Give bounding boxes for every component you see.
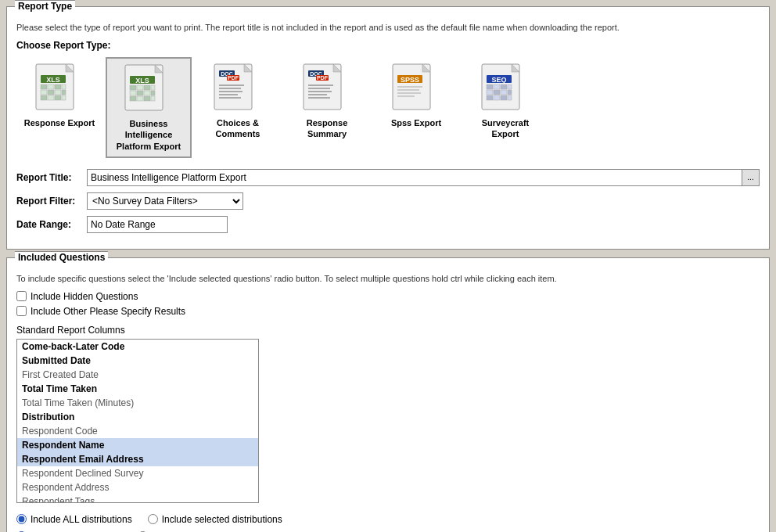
svg-rect-27	[151, 91, 155, 95]
list-item[interactable]: Respondent Name	[17, 438, 258, 452]
svg-rect-20	[130, 85, 136, 90]
report-type-bi-platform[interactable]: XLS Business Int	[106, 57, 192, 158]
bi-platform-label: Business Intelligence Platform Export	[113, 118, 184, 152]
svg-rect-12	[41, 95, 47, 100]
svg-text:SPSS: SPSS	[401, 76, 419, 84]
svg-rect-24	[130, 91, 136, 95]
svg-rect-50	[308, 88, 330, 89]
spss-export-icon: SPSS	[391, 63, 441, 113]
report-title-input-group: ...	[87, 169, 760, 186]
report-title-browse-button[interactable]: ...	[742, 169, 760, 186]
surveycraft-export-icon: SEQ	[480, 63, 530, 113]
svg-rect-30	[144, 96, 150, 101]
svg-rect-66	[487, 84, 493, 89]
include-other-label: Include Other Please Specify Results	[31, 306, 185, 317]
svg-rect-26	[144, 91, 150, 95]
list-item[interactable]: Submitted Date	[17, 354, 258, 368]
svg-rect-11	[62, 90, 66, 95]
svg-rect-21	[137, 85, 143, 90]
choose-report-type-label: Choose Report Type:	[16, 40, 760, 51]
response-export-label: Response Export	[24, 117, 95, 128]
list-item[interactable]: First Created Date	[17, 368, 258, 382]
report-type-spss-export[interactable]: SPSS Spss Export	[373, 57, 459, 158]
svg-rect-73	[508, 90, 512, 95]
svg-rect-75	[494, 95, 500, 100]
svg-rect-74	[487, 95, 493, 100]
report-type-hint: Please select the type of report you wan…	[16, 23, 760, 32]
list-item[interactable]: Respondent Email Address	[17, 452, 258, 466]
report-type-response-export[interactable]: XLS Response Exp	[16, 57, 102, 158]
report-type-list: XLS Response Exp	[16, 57, 760, 158]
selected-distributions-label: Include selected distributions	[162, 514, 282, 525]
report-type-surveycraft-export[interactable]: SEQ Surveycraft	[462, 57, 548, 158]
report-filter-select[interactable]: <No Survey Data Filters>	[87, 192, 243, 210]
bi-platform-icon: XLS	[124, 63, 174, 113]
svg-rect-67	[494, 84, 500, 89]
standard-columns-label: Standard Report Columns	[16, 325, 760, 336]
include-hidden-label: Include Hidden Questions	[31, 291, 138, 302]
selected-distributions-radio[interactable]	[148, 514, 158, 524]
svg-rect-41	[219, 94, 238, 95]
report-title-label: Report Title:	[16, 172, 87, 183]
svg-rect-42	[219, 97, 241, 99]
all-distributions-option: Include ALL distributions	[16, 514, 132, 525]
svg-rect-53	[308, 97, 330, 99]
report-type-response-summary[interactable]: DOC PDF Response Summary	[284, 57, 370, 158]
spss-export-label: Spss Export	[391, 117, 441, 128]
svg-text:XLS: XLS	[135, 77, 149, 84]
svg-rect-69	[508, 84, 512, 89]
report-filter-label: Report Filter:	[16, 196, 87, 207]
svg-rect-70	[487, 90, 493, 95]
svg-rect-51	[308, 91, 332, 92]
svg-rect-4	[41, 84, 47, 89]
all-distributions-label: Include ALL distributions	[31, 514, 132, 525]
choices-comments-icon: DOC PDF	[213, 63, 263, 113]
distributions-radio-row: Include ALL distributions Include select…	[16, 514, 760, 525]
svg-rect-38	[219, 84, 244, 86]
svg-rect-52	[308, 94, 327, 95]
svg-rect-9	[48, 90, 54, 95]
report-title-row: Report Title: ...	[16, 169, 760, 186]
svg-rect-29	[137, 96, 143, 101]
svg-rect-72	[501, 90, 507, 95]
include-other-checkbox[interactable]	[16, 306, 27, 316]
report-type-choices-comments[interactable]: DOC PDF Choices & Comments	[195, 57, 281, 158]
svg-rect-8	[41, 90, 47, 95]
included-questions-legend: Included Questions	[15, 251, 108, 263]
svg-rect-25	[137, 91, 143, 95]
report-title-input[interactable]	[87, 169, 742, 186]
list-item[interactable]: Come-back-Later Code	[17, 340, 258, 354]
surveycraft-export-label: Surveycraft Export	[469, 117, 541, 140]
report-type-section: Report Type Please select the type of re…	[6, 6, 770, 250]
svg-rect-14	[55, 95, 61, 100]
response-summary-label: Response Summary	[291, 117, 363, 140]
svg-rect-68	[501, 84, 507, 89]
svg-rect-15	[62, 95, 66, 100]
list-item[interactable]: Respondent Code	[17, 424, 258, 438]
list-item[interactable]: Total Time Taken	[17, 382, 258, 396]
svg-rect-10	[55, 90, 61, 95]
svg-rect-59	[397, 89, 419, 91]
svg-rect-60	[397, 92, 421, 94]
include-other-row: Include Other Please Specify Results	[16, 306, 760, 317]
svg-rect-31	[151, 96, 155, 101]
date-range-row: Date Range:	[16, 216, 760, 233]
svg-text:PDF: PDF	[317, 75, 329, 81]
selected-distributions-option: Include selected distributions	[148, 514, 282, 525]
include-hidden-checkbox[interactable]	[16, 291, 27, 301]
included-questions-hint: To include specific questions select the…	[16, 274, 760, 283]
svg-rect-77	[508, 95, 512, 100]
columns-list[interactable]: Come-back-Later CodeSubmitted DateFirst …	[16, 339, 259, 503]
svg-text:PDF: PDF	[228, 75, 239, 81]
choices-comments-label: Choices & Comments	[202, 117, 274, 140]
all-distributions-radio[interactable]	[16, 514, 27, 524]
list-item[interactable]: Respondent Tags	[17, 494, 258, 503]
list-item[interactable]: Distribution	[17, 410, 258, 424]
report-filter-row: Report Filter: <No Survey Data Filters>	[16, 192, 760, 210]
list-item[interactable]: Respondent Declined Survey	[17, 466, 258, 480]
list-item[interactable]: Respondent Address	[17, 480, 258, 494]
svg-rect-76	[501, 95, 507, 100]
list-item[interactable]: Total Time Taken (Minutes)	[17, 396, 258, 410]
svg-rect-7	[62, 84, 66, 89]
date-range-input[interactable]	[87, 216, 228, 233]
